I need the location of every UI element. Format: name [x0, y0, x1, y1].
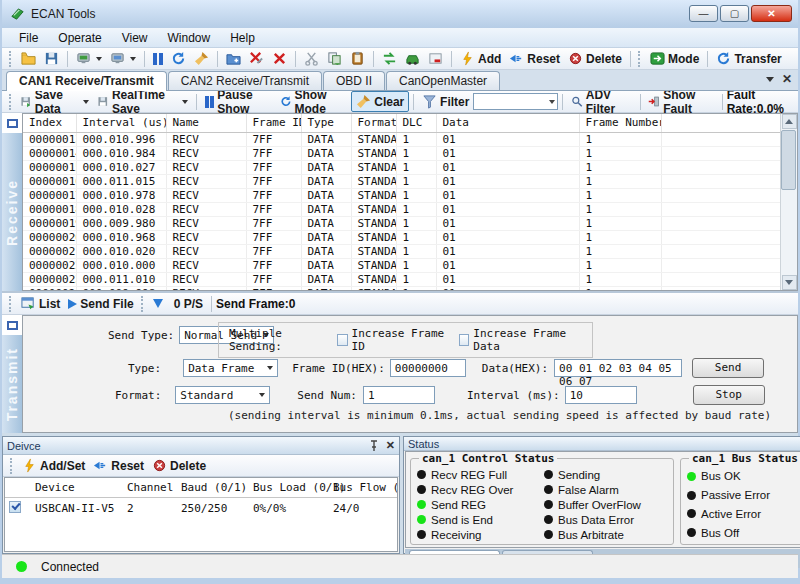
menu-window[interactable]: Window	[159, 29, 220, 47]
column-header[interactable]: Frame ID	[246, 114, 301, 132]
tab-can1-receive-transmit[interactable]: CAN1 Receive/Transmit	[6, 71, 167, 91]
scroll-thumb[interactable]	[781, 130, 796, 190]
funnel-icon	[422, 94, 437, 109]
clear-button[interactable]: Clear	[351, 91, 409, 112]
vehicle-button[interactable]	[401, 49, 424, 68]
copy-button[interactable]	[323, 49, 346, 68]
menu-help[interactable]: Help	[221, 29, 264, 47]
increase-frame-data-checkbox[interactable]: Increase Frame Data	[459, 327, 582, 353]
scroll-up-icon[interactable]	[782, 114, 797, 129]
device-column-header[interactable]: Bus Flow (0/1)	[329, 478, 398, 498]
connect-device-button[interactable]	[72, 49, 106, 68]
frame-id-input[interactable]: 00000000	[390, 359, 466, 377]
select-all-box[interactable]	[2, 113, 22, 133]
table-row[interactable]: 00000019000.009.980RECV7FFDATASTANDARD10…	[23, 216, 785, 230]
device-column-header[interactable]: Device	[31, 478, 123, 498]
table-row[interactable]: 00000017000.010.978RECV7FFDATASTANDARD10…	[23, 188, 785, 202]
send-num-input[interactable]: 1	[363, 386, 435, 404]
clean-button[interactable]	[190, 49, 213, 68]
column-header[interactable]: Frame Number	[579, 114, 661, 132]
table-row[interactable]: 00000022000.010.000RECV7FFDATASTANDARD10…	[23, 258, 785, 272]
device-delete-button[interactable]: Delete	[148, 456, 210, 475]
send-file-icon	[68, 299, 77, 309]
pause-button[interactable]	[149, 51, 167, 67]
sync-button[interactable]	[378, 49, 401, 68]
table-row[interactable]: 00000021000.010.020RECV7FFDATASTANDARD10…	[23, 244, 785, 258]
column-header[interactable]: Format	[351, 114, 396, 132]
table-cell-filler	[661, 132, 785, 146]
table-cell: 1	[396, 216, 436, 230]
send-num-label: Send Num:	[297, 389, 357, 402]
tab-obd-ii[interactable]: OBD II	[323, 71, 385, 90]
send-button[interactable]: Send	[692, 358, 764, 378]
column-header[interactable]: Type	[301, 114, 351, 132]
send-list-button[interactable]: List	[17, 294, 64, 313]
open-button[interactable]	[17, 49, 40, 68]
tab-can2-receive-transmit[interactable]: CAN2 Receive/Transmit	[168, 71, 322, 90]
control-status-group: can_1 Control Status Recv REG FullRecv R…	[410, 458, 674, 545]
transfer-button[interactable]: Transfer	[712, 49, 785, 68]
column-header[interactable]: Name	[166, 114, 246, 132]
device-add-set-button[interactable]: Add/Set	[18, 456, 89, 475]
maximize-button[interactable]: ▢	[720, 5, 749, 22]
table-row[interactable]: 00000015000.010.027RECV7FFDATASTANDARD10…	[23, 160, 785, 174]
delete-device-button[interactable]: Delete	[564, 49, 626, 68]
cut-button[interactable]	[300, 49, 323, 68]
repair-button[interactable]	[245, 49, 268, 68]
table-row[interactable]: 00000014000.010.984RECV7FFDATASTANDARD10…	[23, 146, 785, 160]
column-header[interactable]: Data	[436, 114, 579, 132]
menu-view[interactable]: View	[113, 29, 157, 47]
frame-type-select[interactable]: Data Frame	[183, 359, 278, 377]
table-cell: 7FF	[246, 132, 301, 146]
increase-frame-id-checkbox[interactable]: Increase Frame ID	[337, 327, 449, 353]
add-device-label: Add	[478, 52, 501, 66]
tab-close-icon[interactable]: ✕	[782, 74, 792, 84]
device-column-header[interactable]: Channel	[123, 478, 177, 498]
device-checkbox[interactable]	[9, 501, 21, 513]
filter-button[interactable]: Filter	[418, 92, 473, 111]
table-row[interactable]: 00000013000.010.996RECV7FFDATASTANDARD10…	[23, 132, 785, 146]
tab-canopenmaster[interactable]: CanOpenMaster	[386, 71, 500, 90]
add-device-button[interactable]: Add	[456, 49, 505, 68]
filter-combo[interactable]	[473, 93, 558, 110]
clear-label: Clear	[374, 95, 404, 109]
table-row[interactable]: 00000016000.011.015RECV7FFDATASTANDARD10…	[23, 174, 785, 188]
remove-button[interactable]	[268, 49, 291, 68]
save-button[interactable]	[40, 49, 63, 68]
minimize-button[interactable]: —	[689, 5, 718, 22]
close-button[interactable]: ✕	[751, 5, 792, 22]
disconnect-device-button[interactable]	[106, 49, 140, 68]
device-checkbox-column	[5, 478, 31, 498]
paste-button[interactable]	[346, 49, 369, 68]
refresh-button[interactable]	[167, 49, 190, 68]
table-cell: 01	[436, 244, 579, 258]
column-header[interactable]: Index	[23, 114, 76, 132]
table-row[interactable]: 00000024000.009.998RECV7FFDATASTANDARD10…	[23, 286, 785, 291]
device-column-header[interactable]: Bus Load (0/1)	[249, 478, 329, 498]
format-select[interactable]: Standard	[175, 386, 270, 404]
menu-operate[interactable]: Operate	[49, 29, 110, 47]
minimize-window-button[interactable]	[424, 49, 447, 68]
scroll-down-icon[interactable]	[782, 275, 797, 290]
status-led-item: Passive Error	[687, 488, 800, 503]
device-row[interactable]: USBCAN-II-V5 2 250/250 0%/0% 24/0	[5, 498, 398, 520]
stop-button[interactable]: Stop	[693, 385, 765, 405]
column-header[interactable]: Interval (us)	[76, 114, 166, 132]
tab-list-dropdown-icon[interactable]	[766, 77, 774, 82]
select-all-box[interactable]	[2, 315, 22, 335]
device-column-header[interactable]: Baud (0/1)	[177, 478, 249, 498]
reset-device-button[interactable]: Reset	[505, 49, 564, 68]
table-row[interactable]: 00000023000.011.010RECV7FFDATASTANDARD10…	[23, 272, 785, 286]
menu-file[interactable]: File	[10, 29, 47, 47]
device-reset-button[interactable]: Reset	[89, 456, 148, 475]
pin-icon[interactable]	[369, 440, 379, 451]
interval-input[interactable]: 10	[565, 386, 637, 404]
panel-close-icon[interactable]: ✕	[386, 439, 395, 452]
add-frame-button[interactable]	[222, 49, 245, 68]
column-header[interactable]: DLC	[396, 114, 436, 132]
table-row[interactable]: 00000018000.010.028RECV7FFDATASTANDARD10…	[23, 202, 785, 216]
data-hex-input[interactable]: 00 01 02 03 04 05 06 07	[554, 359, 682, 377]
table-row[interactable]: 00000020000.010.968RECV7FFDATASTANDARD10…	[23, 230, 785, 244]
mode-button[interactable]: Mode	[646, 49, 703, 68]
send-file-button[interactable]: Send File	[64, 295, 137, 313]
